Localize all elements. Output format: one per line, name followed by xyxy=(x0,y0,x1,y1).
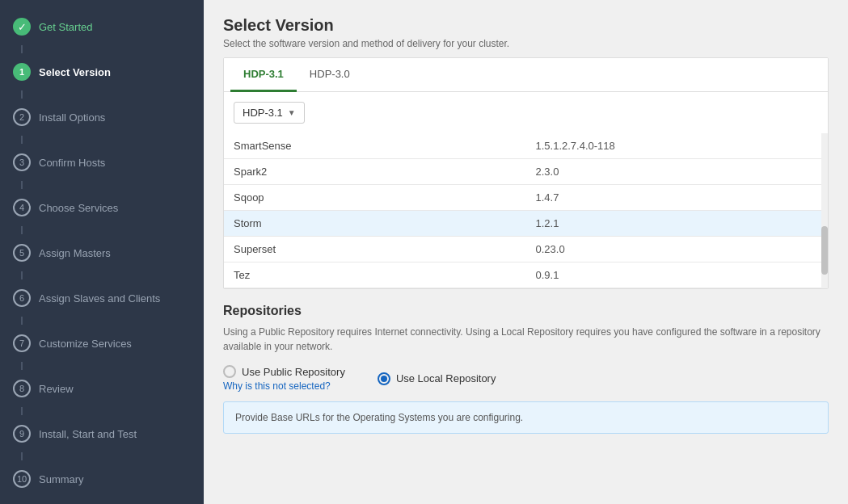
tab-hdp30[interactable]: HDP-3.0 xyxy=(297,58,363,92)
step-circle-review: 8 xyxy=(13,380,31,397)
service-version: 1.5.1.2.7.4.0-118 xyxy=(526,133,829,159)
connector xyxy=(21,271,23,279)
sidebar-item-choose-services[interactable]: 4 Choose Services xyxy=(0,189,204,226)
why-not-selected-link[interactable]: Why is this not selected? xyxy=(223,380,345,392)
page-header: Select Version Select the software versi… xyxy=(204,0,848,57)
step-circle-get-started: ✓ xyxy=(13,18,31,36)
content-area: HDP-3.1 HDP-3.0 HDP-3.1 ▼ SmartSense 1.5… xyxy=(204,57,848,504)
connector xyxy=(21,45,23,53)
dropdown-label: HDP-3.1 xyxy=(243,107,283,119)
public-repo-radio[interactable]: Use Public Repository xyxy=(223,365,345,378)
connector xyxy=(21,226,23,234)
step-circle-assign-masters: 5 xyxy=(13,244,31,262)
table-row[interactable]: Spark2 2.3.0 xyxy=(224,159,828,185)
service-name: SmartSense xyxy=(224,133,526,159)
info-box-text: Provide Base URLs for the Operating Syst… xyxy=(235,412,523,423)
table-row[interactable]: Superset 0.23.0 xyxy=(224,237,828,262)
connector xyxy=(21,136,23,144)
service-name: Sqoop xyxy=(224,185,526,211)
sidebar-item-get-started[interactable]: ✓ Get Started xyxy=(0,8,204,45)
step-circle-choose-services: 4 xyxy=(13,199,31,216)
service-name: Superset xyxy=(224,237,526,262)
repositories-description: Using a Public Repository requires Inter… xyxy=(223,325,829,354)
tab-hdp31[interactable]: HDP-3.1 xyxy=(230,58,297,92)
connector xyxy=(21,407,23,415)
connector xyxy=(21,452,23,460)
table-row[interactable]: SmartSense 1.5.1.2.7.4.0-118 xyxy=(224,133,828,159)
main-content: Select Version Select the software versi… xyxy=(204,0,848,504)
page-title: Select Version xyxy=(223,16,829,35)
scrollbar-track[interactable] xyxy=(821,133,828,288)
sidebar-item-summary[interactable]: 10 Summary xyxy=(0,460,204,498)
local-repo-circle xyxy=(378,372,390,385)
sidebar-item-assign-slaves[interactable]: 6 Assign Slaves and Clients xyxy=(0,279,204,317)
public-repo-circle xyxy=(223,365,236,378)
sidebar-label-select-version: Select Version xyxy=(39,66,111,78)
public-repo-label: Use Public Repository xyxy=(242,366,345,378)
table-row[interactable]: Storm 1.2.1 xyxy=(224,211,828,237)
sidebar-item-install-start[interactable]: 9 Install, Start and Test xyxy=(0,415,204,452)
service-version: 1.4.7 xyxy=(526,185,829,211)
version-dropdown[interactable]: HDP-3.1 ▼ xyxy=(234,102,305,124)
step-circle-install-start: 9 xyxy=(13,425,31,443)
step-circle-install-options: 2 xyxy=(13,108,31,126)
step-circle-summary: 10 xyxy=(13,470,31,488)
step-circle-confirm-hosts: 3 xyxy=(13,153,31,171)
service-name: Spark2 xyxy=(224,159,526,185)
sidebar-label-install-options: Install Options xyxy=(39,111,105,124)
connector xyxy=(21,181,23,189)
service-version: 2.3.0 xyxy=(526,159,829,185)
service-name: Tez xyxy=(224,262,526,288)
step-circle-customize-services: 7 xyxy=(13,334,31,352)
sidebar-label-customize-services: Customize Services xyxy=(39,338,132,350)
connector xyxy=(21,317,23,325)
repositories-title: Repositories xyxy=(223,304,829,318)
sidebar-label-assign-masters: Assign Masters xyxy=(39,247,111,259)
sidebar-label-assign-slaves: Assign Slaves and Clients xyxy=(39,292,160,304)
chevron-down-icon: ▼ xyxy=(288,108,296,117)
sidebar-item-assign-masters[interactable]: 5 Assign Masters xyxy=(0,234,204,271)
version-tabs: HDP-3.1 HDP-3.0 xyxy=(224,58,828,92)
version-card: HDP-3.1 HDP-3.0 HDP-3.1 ▼ SmartSense 1.5… xyxy=(223,57,829,289)
service-version: 1.2.1 xyxy=(526,211,829,237)
step-circle-assign-slaves: 6 xyxy=(13,289,31,307)
sidebar-label-get-started: Get Started xyxy=(39,21,92,33)
service-name: Storm xyxy=(224,211,526,237)
sidebar-item-customize-services[interactable]: 7 Customize Services xyxy=(0,325,204,362)
table-row[interactable]: Tez 0.9.1 xyxy=(224,262,828,288)
service-version: 0.9.1 xyxy=(526,262,829,288)
sidebar-label-install-start: Install, Start and Test xyxy=(39,428,137,440)
table-row[interactable]: Sqoop 1.4.7 xyxy=(224,185,828,211)
scrollbar-thumb[interactable] xyxy=(821,226,828,275)
sidebar-item-confirm-hosts[interactable]: 3 Confirm Hosts xyxy=(0,144,204,181)
sidebar-label-summary: Summary xyxy=(39,473,84,485)
services-table: SmartSense 1.5.1.2.7.4.0-118 Spark2 2.3.… xyxy=(224,133,828,288)
repository-options: Use Public Repository Why is this not se… xyxy=(223,365,829,392)
local-repo-label: Use Local Repository xyxy=(396,372,496,384)
local-repo-radio[interactable]: Use Local Repository xyxy=(378,365,496,392)
sidebar-item-install-options[interactable]: 2 Install Options xyxy=(0,99,204,136)
service-version: 0.23.0 xyxy=(526,237,829,262)
sidebar: ✓ Get Started 1 Select Version 2 Install… xyxy=(0,0,204,504)
public-repo-option: Use Public Repository Why is this not se… xyxy=(223,365,345,392)
page-subtitle: Select the software version and method o… xyxy=(223,38,829,49)
connector xyxy=(21,90,23,99)
connector xyxy=(21,362,23,370)
sidebar-item-select-version[interactable]: 1 Select Version xyxy=(0,53,204,90)
sidebar-item-review[interactable]: 8 Review xyxy=(0,370,204,407)
sidebar-label-confirm-hosts: Confirm Hosts xyxy=(39,157,105,169)
services-table-wrapper: SmartSense 1.5.1.2.7.4.0-118 Spark2 2.3.… xyxy=(224,133,828,288)
sidebar-label-choose-services: Choose Services xyxy=(39,202,118,214)
info-box: Provide Base URLs for the Operating Syst… xyxy=(223,401,829,434)
sidebar-label-review: Review xyxy=(39,383,74,395)
step-circle-select-version: 1 xyxy=(13,63,31,81)
